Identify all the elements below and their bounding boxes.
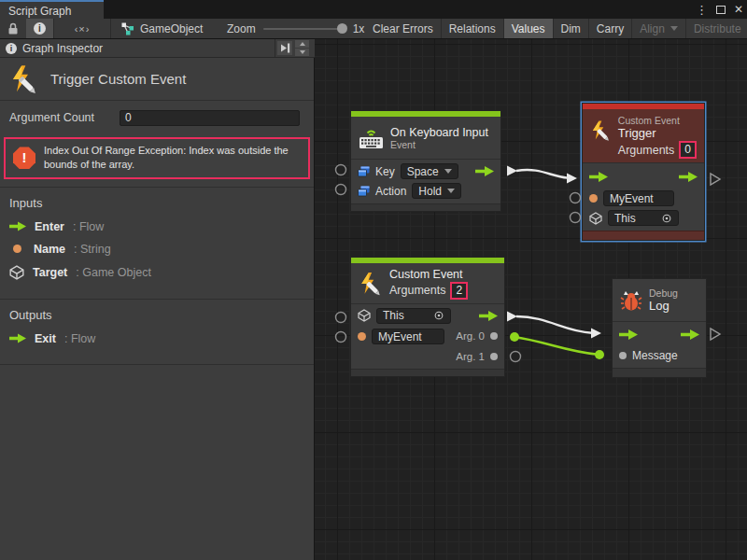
port-arg1-out[interactable] [511,352,521,362]
port-debug-flow-out[interactable] [711,329,720,340]
inputs-section: Inputs Enter : Flow Name : String Target… [0,188,314,299]
connection-arg0-to-message[interactable] [510,332,604,359]
arguments-count-field[interactable]: 2 [450,282,468,300]
port-key-in[interactable] [336,165,346,175]
lock-button[interactable] [0,19,26,38]
key-dropdown[interactable]: Space [401,163,458,179]
argument-count-input[interactable]: 0 [120,110,300,126]
inputs-title: Inputs [9,196,304,210]
object-picker-icon[interactable] [433,310,444,321]
window-menu-icon[interactable]: ⋮ [696,3,708,17]
maximize-icon[interactable] [716,6,726,14]
graph-inspector-header: i Graph Inspector [0,39,315,58]
zoom-slider[interactable] [263,28,345,30]
zoom-label: Zoom [227,22,256,35]
string-port[interactable] [589,194,598,203]
info-icon: i [34,22,46,35]
flow-out-port[interactable] [475,166,494,176]
arguments-count-field[interactable]: 0 [679,141,697,159]
node-debug-log[interactable]: Debug Log Message [612,278,707,378]
inspector-toggle-button[interactable]: i [26,19,53,38]
chevron-down-icon [670,26,678,31]
message-label: Message [632,349,678,362]
node-trigger-custom-event[interactable]: Custom Event Trigger Arguments 0 MyEvent [582,103,705,241]
flow-in-port[interactable] [589,172,608,182]
clear-errors-button[interactable]: Clear Errors [365,19,442,38]
port-event-target-in[interactable] [336,313,346,323]
chevron-down-icon [444,169,452,174]
info-icon: i [6,43,17,54]
node-on-keyboard-input[interactable]: On Keyboard Input Event Key Space [350,110,501,212]
inspector-node-title: Trigger Custom Event [50,71,186,87]
pin-name: Name [34,243,65,256]
arg1-label: Arg. 1 [456,351,485,362]
cube-port[interactable] [589,212,602,225]
code-preview-button[interactable]: ‹×› [54,19,110,38]
arg1-port[interactable] [490,353,498,360]
action-icon [358,186,370,197]
node-title: Custom Event [389,268,468,281]
connection-keyboard-to-trigger[interactable] [507,166,577,184]
port-trigger-name-in[interactable] [571,193,581,203]
distribute-button[interactable]: Distribute [686,19,747,38]
connection-customevent-to-debug[interactable] [507,312,601,339]
string-port[interactable] [358,332,366,341]
input-pin-enter: Enter : Flow [9,220,304,233]
spin-down-button[interactable] [295,49,309,56]
input-pin-target: Target : Game Object [9,265,304,280]
collapse-panel-button[interactable] [277,41,292,55]
align-label: Align [640,22,665,35]
align-button[interactable]: Align [632,19,686,38]
distribute-label: Distribute [694,22,741,35]
key-value: Space [407,164,439,179]
flow-out-port[interactable] [679,172,698,182]
graph-canvas[interactable]: On Keyboard Input Event Key Space [315,39,747,560]
error-message-box: ! Index Out Of Range Exception: Index wa… [4,137,310,179]
action-dropdown[interactable]: Hold [412,183,461,199]
flow-in-port[interactable] [619,329,638,340]
cube-port[interactable] [358,309,371,322]
error-icon: ! [13,147,35,169]
unconnected-flow-ports[interactable] [711,174,720,340]
port-action-in[interactable] [336,185,346,195]
graph-inspector-titlebar[interactable]: i Graph Inspector [0,39,275,57]
string-port-icon [13,245,21,253]
pin-name: Exit [35,332,56,345]
carry-button[interactable]: Carry [589,19,632,38]
flow-arrow-icon [9,333,26,343]
object-picker-icon[interactable] [661,213,672,224]
flow-out-port[interactable] [681,329,699,340]
close-icon[interactable]: ✕ [734,3,743,16]
target-value: This [614,211,636,226]
input-pin-name: Name : String [9,243,304,256]
keycode-icon [358,166,370,177]
spin-up-button[interactable] [295,40,309,48]
zoom-slider-handle[interactable] [337,23,347,34]
port-trigger-target-in[interactable] [571,213,581,223]
relations-button[interactable]: Relations [442,19,504,38]
values-button[interactable]: Values [504,19,554,38]
target-dropdown[interactable]: This [376,308,451,324]
event-name-input[interactable]: MyEvent [603,190,674,206]
event-name-input[interactable]: MyEvent [372,329,444,344]
gameobject-context-chip[interactable]: GameObject [111,19,212,38]
pin-type: : Game Object [76,266,151,279]
port-trigger-flow-out[interactable] [711,174,720,185]
arg0-label: Arg. 0 [456,330,485,342]
arguments-label: Arguments [618,144,674,157]
target-dropdown[interactable]: This [608,210,679,226]
triangle-up-icon [300,42,305,46]
dim-button[interactable]: Dim [554,19,589,38]
argument-count-label: Argument Count [9,111,94,124]
arg0-port[interactable] [490,332,498,340]
custom-event-icon [359,272,383,296]
flow-out-port[interactable] [479,311,498,321]
graph-inspector-panel: Trigger Custom Event Argument Count 0 ! … [0,58,315,560]
tab-script-graph[interactable]: Script Graph [0,0,104,19]
message-port[interactable] [619,352,627,359]
node-custom-event[interactable]: Custom Event Arguments 2 This [350,257,505,377]
zoom-value: 1x [353,22,365,35]
arguments-label: Arguments [389,284,445,297]
port-event-name-in[interactable] [336,332,346,343]
node-kicker: Debug [649,287,678,299]
